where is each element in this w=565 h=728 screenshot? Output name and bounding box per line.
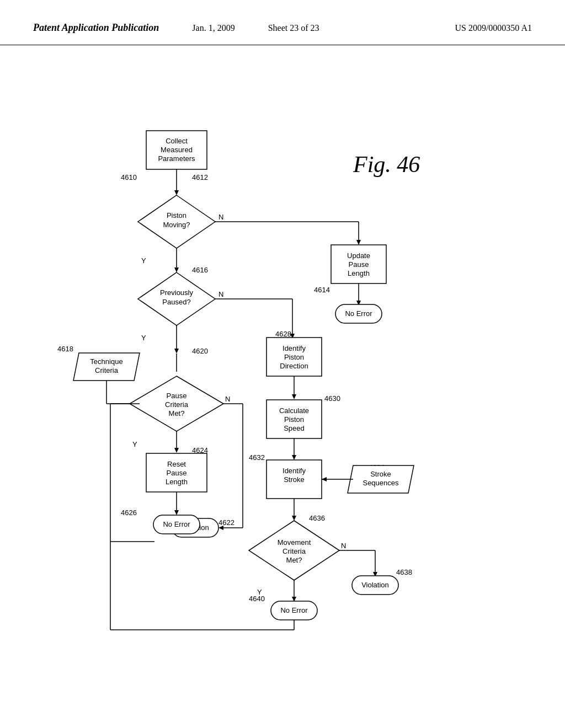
svg-text:No Error: No Error xyxy=(345,309,372,318)
svg-marker-19 xyxy=(174,267,179,272)
diagram-area: Fig. 46 Collect Measured Parameters 4610… xyxy=(0,45,565,713)
svg-text:Technique: Technique xyxy=(90,357,122,366)
label-4628: 4628 xyxy=(275,330,291,338)
header-sheet: Sheet 23 of 23 xyxy=(268,23,319,33)
svg-text:Movement: Movement xyxy=(278,538,311,547)
svg-marker-36 xyxy=(292,455,296,460)
svg-text:Stroke: Stroke xyxy=(284,475,305,484)
svg-text:N: N xyxy=(218,290,223,298)
header-patent: US 2009/0000350 A1 xyxy=(455,23,532,33)
svg-marker-42 xyxy=(322,477,327,481)
svg-marker-11 xyxy=(356,240,361,245)
svg-text:Violation: Violation xyxy=(361,581,389,589)
svg-text:Pause: Pause xyxy=(349,260,369,269)
svg-marker-58 xyxy=(174,349,179,354)
svg-text:Previously: Previously xyxy=(160,288,193,297)
svg-text:Speed: Speed xyxy=(284,424,305,432)
label-4626: 4626 xyxy=(121,508,137,517)
svg-marker-76 xyxy=(174,448,179,453)
svg-text:Direction: Direction xyxy=(280,362,308,370)
svg-text:Measured: Measured xyxy=(161,146,193,154)
svg-text:Sequences: Sequences xyxy=(363,479,399,487)
svg-text:Parameters: Parameters xyxy=(158,154,195,163)
svg-text:Identify: Identify xyxy=(282,467,306,475)
svg-marker-81 xyxy=(174,510,179,515)
label-4614: 4614 xyxy=(314,286,330,294)
header-date: Jan. 1, 2009 xyxy=(192,23,234,33)
svg-text:Criteria: Criteria xyxy=(165,400,189,409)
svg-marker-44 xyxy=(292,516,296,521)
label-4612: 4612 xyxy=(192,173,208,181)
svg-text:Y: Y xyxy=(132,440,137,448)
label-4632: 4632 xyxy=(249,453,265,462)
svg-text:Calculate: Calculate xyxy=(279,406,309,415)
svg-text:Y: Y xyxy=(141,256,146,265)
svg-text:No Error: No Error xyxy=(163,520,190,528)
label-4638: 4638 xyxy=(396,568,412,576)
svg-text:N: N xyxy=(341,542,346,550)
svg-text:Piston: Piston xyxy=(284,415,304,424)
svg-text:Reset: Reset xyxy=(167,460,186,468)
svg-text:N: N xyxy=(225,395,230,403)
svg-text:Paused?: Paused? xyxy=(162,298,190,306)
svg-marker-4 xyxy=(174,190,179,195)
label-4622: 4622 xyxy=(218,518,234,527)
svg-text:Length: Length xyxy=(348,269,370,277)
svg-text:Y: Y xyxy=(141,334,146,342)
svg-text:Met?: Met? xyxy=(286,556,302,564)
svg-text:Stroke: Stroke xyxy=(370,470,391,478)
svg-text:Piston: Piston xyxy=(284,353,304,361)
svg-text:Criteria: Criteria xyxy=(95,366,119,374)
svg-text:Length: Length xyxy=(166,478,188,486)
svg-text:Collect: Collect xyxy=(166,137,188,145)
svg-text:Identify: Identify xyxy=(282,344,306,352)
svg-text:Met?: Met? xyxy=(169,409,185,417)
svg-text:No Error: No Error xyxy=(280,606,308,614)
label-4610: 4610 xyxy=(121,173,137,181)
label-4640: 4640 xyxy=(249,595,265,603)
svg-text:Update: Update xyxy=(347,251,370,260)
label-4616: 4616 xyxy=(192,266,208,274)
svg-text:Pause: Pause xyxy=(167,392,187,400)
svg-text:Piston: Piston xyxy=(167,211,186,220)
fig-label: Fig. 46 xyxy=(353,152,420,177)
svg-marker-31 xyxy=(292,394,296,399)
svg-text:Criteria: Criteria xyxy=(282,547,306,555)
label-4620: 4620 xyxy=(192,347,208,355)
page-header: Patent Application Publication Jan. 1, 2… xyxy=(0,0,565,45)
header-title: Patent Application Publication xyxy=(33,22,159,34)
svg-text:Pause: Pause xyxy=(167,469,187,477)
label-4636: 4636 xyxy=(309,514,325,522)
label-4618: 4618 xyxy=(57,345,73,353)
svg-text:N: N xyxy=(218,213,223,221)
svg-text:Moving?: Moving? xyxy=(163,221,190,229)
label-4630: 4630 xyxy=(324,394,340,403)
